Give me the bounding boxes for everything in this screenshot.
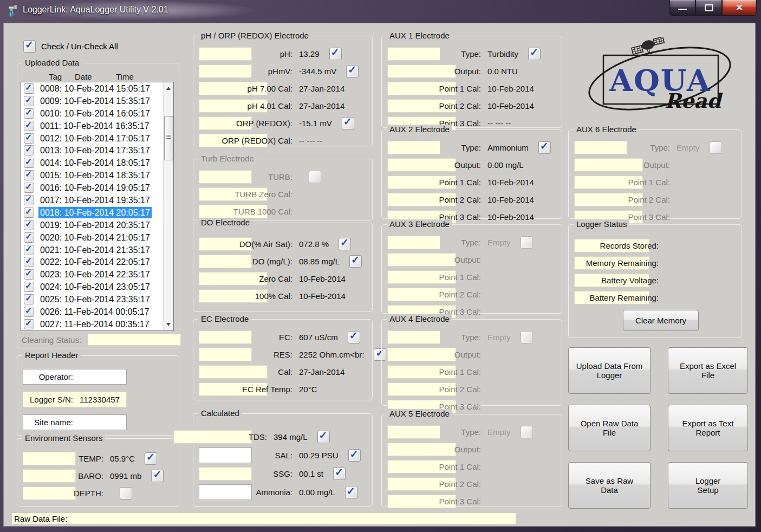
save-as-raw-data-button[interactable]: Save as Raw Data [568,462,651,509]
field-value[interactable]: -344.5 mV [296,66,339,77]
field-value[interactable] [485,289,490,301]
list-item[interactable]: 0024: 10-Feb-2014 23:05:17 [21,281,164,293]
scroll-up-arrow[interactable] [164,82,173,92]
field-value[interactable]: 27-Jan-2014 [296,100,347,112]
field-value[interactable]: 27-Jan-2014 [296,366,347,378]
field-value[interactable] [662,257,668,269]
list-item[interactable]: 0008: 10-Feb-2014 15:05:17 [21,82,164,95]
upload-data-from-logger-button[interactable]: Upload Data From Logger [568,347,651,394]
field-value[interactable]: 13.29 [296,48,322,60]
field-checkbox[interactable] [348,331,360,343]
field-checkbox[interactable] [151,470,164,482]
list-item[interactable]: 0017: 10-Feb-2014 19:35:17 [21,194,164,206]
field-value[interactable] [485,384,490,395]
field-value[interactable] [674,194,679,206]
field-value[interactable]: Turbidity [485,48,521,60]
field-value[interactable]: 08.85 mg/L [296,256,342,268]
list-item-checkbox[interactable] [24,195,34,205]
field-value[interactable]: 607 uS/cm [296,332,341,343]
list-scrollbar[interactable] [163,82,173,330]
field-value[interactable] [485,496,490,508]
field-value[interactable]: 10-Feb-2014 [485,211,537,223]
list-item[interactable]: 0009: 10-Feb-2014 15:35:17 [21,95,164,107]
field-value[interactable]: 394 mg/L [271,431,310,443]
list-item-checkbox[interactable] [24,170,34,180]
list-item-checkbox[interactable] [24,83,34,94]
list-item[interactable]: 0023: 10-Feb-2014 22:35:17 [21,268,164,281]
list-item-checkbox[interactable] [24,158,34,168]
field-value[interactable]: 20°C [296,384,320,395]
field-checkbox[interactable] [521,426,533,438]
list-item[interactable]: 0015: 10-Feb-2014 18:35:17 [21,169,164,181]
field-value[interactable]: -- --- -- [296,135,325,147]
list-item-checkbox[interactable] [24,220,34,230]
logger-setup-button[interactable]: Logger Setup [668,462,748,509]
field-value[interactable]: 0.00 mg/L [485,159,526,171]
field-value[interactable]: 2252 Ohm.cm<br: [296,349,367,361]
raw-data-file-bar[interactable]: Raw Data File: [11,512,516,524]
list-item-checkbox[interactable] [24,319,34,329]
field-value[interactable] [662,240,668,252]
list-item-checkbox[interactable] [24,183,34,193]
close-button[interactable]: ✕ [722,0,757,16]
list-item[interactable]: 0012: 10-Feb-2014 17:05:17 [21,132,164,145]
field-value[interactable] [77,371,82,383]
clear-memory-button[interactable]: Clear Memory [623,310,699,331]
field-value[interactable] [485,461,490,473]
field-value[interactable]: 0.0 NTU [485,66,521,77]
field-value[interactable]: 10-Feb-2014 [485,194,537,206]
field-checkbox[interactable] [346,65,359,77]
field-value[interactable] [485,254,490,266]
field-value[interactable] [485,271,490,283]
list-item-checkbox[interactable] [24,207,34,218]
field-checkbox[interactable] [342,117,354,129]
field-value[interactable] [485,349,490,361]
list-item-checkbox[interactable] [24,294,34,304]
list-item-checkbox[interactable] [24,245,34,255]
field-value[interactable]: Empty [485,426,513,438]
field-checkbox[interactable] [339,238,351,250]
list-item-checkbox[interactable] [24,307,34,317]
field-value[interactable]: 10-Feb-2014 [296,290,348,302]
field-value[interactable]: 27-Jan-2014 [296,83,347,95]
field-checkbox[interactable] [317,431,330,443]
field-checkbox[interactable] [333,468,346,480]
list-item-checkbox[interactable] [24,232,34,243]
field-value[interactable]: Empty [485,332,513,343]
list-item-checkbox[interactable] [24,145,34,155]
field-value[interactable] [662,292,668,304]
field-checkbox[interactable] [345,486,357,498]
list-item-checkbox[interactable] [24,121,34,131]
list-item[interactable]: 0016: 10-Feb-2014 19:05:17 [21,181,164,194]
field-value[interactable] [662,275,668,287]
export-as-excel-file-button[interactable]: Export as Excel File [668,347,748,394]
field-value[interactable]: Ammonium [485,142,531,154]
field-checkbox[interactable] [309,171,321,183]
field-value[interactable] [485,401,490,413]
scroll-down-arrow[interactable] [164,321,173,330]
field-value[interactable]: Empty [674,142,703,154]
list-item[interactable]: 0010: 10-Feb-2014 16:05:17 [21,107,164,120]
field-value[interactable] [485,444,490,456]
field-value[interactable] [77,417,82,429]
list-item[interactable]: 0026: 11-Feb-2014 00:05:17 [21,306,164,318]
list-item[interactable]: 0021: 10-Feb-2014 21:35:17 [21,244,164,256]
field-value[interactable]: 10-Feb-2014 [485,83,537,95]
field-value[interactable]: 00.29 PSU [296,450,341,462]
list-item-checkbox[interactable] [24,108,34,119]
list-item[interactable]: 0011: 10-Feb-2014 16:35:17 [21,120,164,132]
list-item-checkbox[interactable] [24,282,34,292]
maximize-button[interactable] [695,0,722,16]
field-checkbox[interactable] [521,331,533,343]
field-value[interactable]: 00.1 st [296,468,326,480]
list-item[interactable]: 0022: 10-Feb-2014 22:05:17 [21,256,164,268]
field-value[interactable] [485,478,490,490]
field-value[interactable]: 072.8 % [296,238,331,250]
list-item-checkbox[interactable] [24,269,34,280]
field-checkbox[interactable] [329,48,342,60]
field-checkbox[interactable] [710,141,722,154]
list-item[interactable]: 0014: 10-Feb-2014 18:05:17 [21,157,164,169]
list-item-checkbox[interactable] [24,96,34,106]
list-item[interactable]: 0025: 10-Feb-2014 23:35:17 [21,293,164,306]
cleaning-status-field[interactable] [88,334,181,346]
